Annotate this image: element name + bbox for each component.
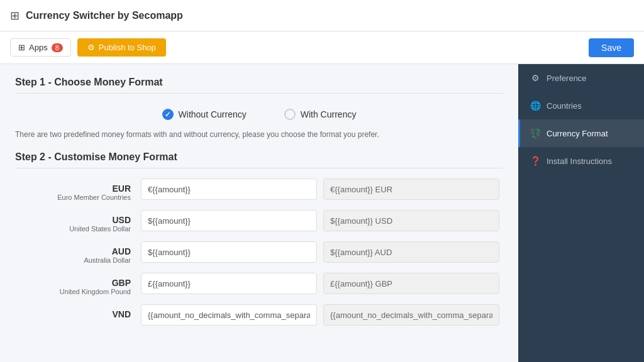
currency-format2-input (323, 304, 499, 326)
table-row: AUD Australia Dollar (15, 241, 503, 264)
currency-inputs (141, 273, 503, 294)
currency-format2-input (323, 178, 499, 200)
currency-code: GBP (15, 278, 131, 288)
currency-name: Australia Dollar (15, 256, 131, 264)
radio-with-currency[interactable]: With Currency (284, 109, 357, 120)
sidebar-item-currency-format[interactable]: 💱 Currency Format (518, 119, 644, 147)
publish-label: Publish to Shop (99, 43, 156, 52)
currency-format2-input (323, 241, 499, 263)
currency-name: United Kingdom Pound (15, 288, 131, 295)
currency-label: VND (15, 304, 141, 319)
currency-name: Euro Member Countries (15, 194, 131, 201)
toolbar: ⊞ Apps 8 ⚙ Publish to Shop Save (0, 31, 644, 64)
sidebar-item-install-instructions[interactable]: ❓ Install Instructions (518, 147, 644, 175)
currency-list: EUR Euro Member Countries USD United Sta… (15, 178, 503, 326)
radio-without-label: Without Currency (179, 109, 247, 119)
table-row: EUR Euro Member Countries (15, 178, 503, 201)
app-title: Currency Switcher by Secomapp (26, 10, 183, 21)
top-bar: ⊞ Currency Switcher by Secomapp (0, 0, 644, 31)
toolbar-left: ⊞ Apps 8 ⚙ Publish to Shop (10, 38, 166, 57)
sidebar-item-label: Install Instructions (547, 156, 612, 166)
step1-title: Step 1 - Choose Money Format (15, 77, 503, 94)
currency-label: GBP United Kingdom Pound (15, 273, 141, 295)
sidebar-icon: ⚙ (530, 73, 540, 83)
apps-grid-icon: ⊞ (18, 43, 25, 52)
currency-code: AUD (15, 246, 131, 256)
currency-inputs (141, 304, 503, 326)
sidebar-icon: 🌐 (530, 101, 540, 111)
currency-format2-input (323, 210, 499, 231)
format-description: There are two predefined money formats w… (15, 130, 503, 139)
sidebar-item-countries[interactable]: 🌐 Countries (518, 92, 644, 119)
currency-format1-input[interactable] (141, 241, 317, 263)
sidebar-item-label: Preference (547, 74, 587, 83)
apps-badge: 8 (52, 43, 63, 52)
currency-label: AUD Australia Dollar (15, 241, 141, 264)
content-area: Step 1 - Choose Money Format Without Cur… (0, 64, 518, 362)
save-button[interactable]: Save (589, 38, 634, 57)
currency-name: United States Dollar (15, 225, 131, 233)
table-row: USD United States Dollar (15, 210, 503, 233)
currency-inputs (141, 210, 503, 231)
currency-label: EUR Euro Member Countries (15, 178, 141, 201)
currency-inputs (141, 241, 503, 263)
currency-code: EUR (15, 184, 131, 194)
currency-format2-input (323, 273, 499, 294)
currency-code: USD (15, 215, 131, 225)
table-row: GBP United Kingdom Pound (15, 273, 503, 295)
currency-format1-input[interactable] (141, 304, 317, 326)
radio-with-icon (284, 109, 296, 120)
currency-code: VND (15, 309, 131, 319)
radio-group: Without Currency With Currency (15, 104, 503, 125)
grid-icon: ⊞ (10, 9, 19, 23)
currency-format1-input[interactable] (141, 210, 317, 231)
sidebar-item-label: Currency Format (547, 129, 608, 138)
radio-without-currency[interactable]: Without Currency (162, 109, 247, 120)
radio-without-icon (162, 109, 174, 120)
apps-button[interactable]: ⊞ Apps 8 (10, 38, 71, 57)
table-row: VND (15, 304, 503, 326)
step2-title: Step 2 - Customise Money Format (15, 151, 503, 168)
apps-label: Apps (29, 43, 48, 52)
sidebar-icon: ❓ (530, 156, 540, 166)
sidebar-item-label: Countries (547, 101, 582, 111)
sidebar: ⚙ Preference 🌐 Countries 💱 Currency Form… (518, 64, 644, 362)
currency-format1-input[interactable] (141, 178, 317, 200)
main-layout: Step 1 - Choose Money Format Without Cur… (0, 64, 644, 362)
currency-inputs (141, 178, 503, 200)
publish-icon: ⚙ (87, 43, 95, 52)
radio-with-label: With Currency (301, 109, 357, 119)
sidebar-icon: 💱 (530, 128, 540, 138)
currency-format1-input[interactable] (141, 273, 317, 294)
currency-label: USD United States Dollar (15, 210, 141, 233)
publish-button[interactable]: ⚙ Publish to Shop (77, 38, 166, 57)
sidebar-item-preference[interactable]: ⚙ Preference (518, 64, 644, 92)
